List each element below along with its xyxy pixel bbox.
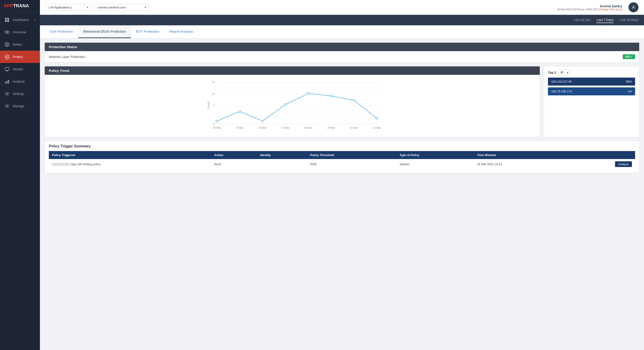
policy-trend-card: Policy Trend 15 10 5 (44, 66, 540, 137)
identity-cell (257, 159, 307, 170)
target-icon (4, 42, 10, 48)
time-btn-7days[interactable]: Last 7 Days (596, 17, 614, 23)
svg-text:25 Mar: 25 Mar (236, 126, 244, 129)
top2-select[interactable]: IP (558, 70, 570, 75)
dashboard-arrow: « (34, 18, 36, 22)
main-panel: [ All Applications ] ▼ connect.infotech.… (40, 0, 644, 350)
col-action-btn (566, 151, 635, 159)
eye-icon (4, 29, 10, 35)
gear-icon (4, 91, 10, 97)
url-select[interactable]: connect.infotech.com (94, 4, 149, 11)
svg-text:Counts: Counts (207, 101, 210, 110)
top2-ip-2: 106.79.196.174 (551, 90, 572, 93)
protection-status-body: Network Layer Protection : ON ✓ (45, 51, 639, 62)
top2-bar-inner-2: 106.79.196.174 1% (548, 88, 635, 95)
svg-text:31 Mar: 31 Mar (373, 126, 381, 129)
svg-point-29 (307, 92, 309, 94)
svg-text:27 Mar: 27 Mar (282, 126, 290, 129)
policy-trend-header: Policy Trend (45, 66, 540, 75)
svg-rect-1 (7, 18, 9, 20)
svg-point-25 (216, 120, 218, 122)
sidebar-item-monitor[interactable]: Monitor (0, 63, 40, 75)
policy-text: App rate limiting policy (71, 162, 100, 166)
app-select-wrapper[interactable]: [ All Applications ] ▼ (46, 4, 91, 11)
threshold-cell: 5000 (307, 159, 396, 170)
svg-rect-12 (8, 80, 9, 84)
svg-text:0: 0 (213, 122, 215, 125)
protection-label: Network Layer Protection : (49, 55, 86, 59)
app-select[interactable]: [ All Applications ] (46, 4, 91, 11)
svg-point-32 (376, 117, 378, 119)
svg-rect-11 (6, 81, 8, 84)
action-cell: None (211, 159, 257, 170)
chart-inner: 15 10 5 0 Counts (45, 75, 540, 137)
svg-rect-9 (5, 67, 9, 70)
top2-header: Top 2 IP ▼ (544, 66, 639, 78)
user-name: Arvind Sastry (557, 4, 622, 8)
svg-point-14 (6, 106, 8, 107)
col-identity: Identity (257, 151, 307, 159)
change-timezone-link[interactable]: (Change Time Zone) (599, 8, 622, 11)
svg-point-28 (284, 103, 286, 106)
top2-bar-2: 106.79.196.174 1% (548, 88, 635, 95)
sidebar-item-dashboard[interactable]: Dashboard « (0, 14, 40, 26)
top2-bar-inner-1: 106.216.227.66 98% (548, 78, 635, 86)
svg-rect-3 (7, 20, 9, 22)
top2-card: Top 2 IP ▼ 106.216.227.66 98% (544, 66, 640, 137)
tab-core-protection[interactable]: Core Protection (44, 25, 78, 38)
top2-select-wrapper[interactable]: IP ▼ (558, 70, 570, 75)
tab-bar: Core Protection Behavioral DDoS Protecti… (40, 25, 644, 38)
svg-point-5 (6, 32, 8, 33)
svg-rect-0 (5, 18, 7, 20)
svg-text:28 Mar: 28 Mar (304, 126, 312, 129)
monitor-icon (4, 66, 10, 72)
policy-trend-chart: 15 10 5 0 Counts (48, 78, 538, 133)
protection-status-header: Protection Status (45, 43, 639, 51)
analyze-cell: Analyze (566, 159, 635, 170)
svg-text:26 Mar: 26 Mar (259, 126, 267, 129)
top2-label: Top 2 (548, 71, 556, 74)
svg-text:30 Mar: 30 Mar (350, 126, 358, 129)
tab-report-analysis[interactable]: Report Analysis (164, 25, 198, 38)
user-info: Arvind Sastry 24 Feb 2023 5:04:56 pm +05… (557, 4, 622, 11)
svg-text:15: 15 (212, 81, 215, 84)
svg-point-31 (353, 99, 355, 101)
content-area: Core Protection Behavioral DDoS Protecti… (40, 25, 644, 350)
sidebar-item-label-monitor: Monitor (13, 67, 24, 71)
sidebar-item-label-detect: Detect (13, 43, 22, 46)
sidebar-item-label-settings: Settings (13, 92, 24, 96)
sidebar-item-label-dashboard: Dashboard (13, 18, 28, 22)
bar-chart-icon (4, 78, 10, 84)
policy-triggered-cell: ■■■■■■■■■■■ App rate limiting policy (49, 159, 211, 170)
svg-text:5: 5 (213, 104, 215, 107)
policy-trigger-summary-card: Policy Trigger Summary Policy Triggered … (44, 141, 640, 173)
policy-blurred: ■■■■■■■■■■■ (52, 163, 70, 166)
protection-row: Network Layer Protection : ON ✓ (49, 54, 635, 59)
on-badge: ON ✓ (623, 54, 635, 59)
analyze-button[interactable]: Analyze (615, 161, 632, 167)
svg-point-26 (238, 110, 241, 112)
svg-point-30 (330, 95, 332, 97)
summary-body: Policy Trigger Summary Policy Triggered … (45, 141, 639, 173)
top2-bar-1: 106.216.227.66 98% (548, 78, 635, 86)
sidebar-item-analysis[interactable]: Analysis (0, 75, 40, 88)
sidebar-item-overview[interactable]: Overview (0, 26, 40, 38)
chart-row: Policy Trend 15 10 5 (44, 66, 640, 137)
sidebar-item-settings[interactable]: Settings (0, 88, 40, 100)
col-type: Type of Policy (396, 151, 474, 159)
col-time-window: Time Window (474, 151, 566, 159)
time-btn-30days[interactable]: Last 30 Days (620, 17, 638, 23)
avatar: A (628, 2, 638, 12)
tab-behavioral-ddos[interactable]: Behavioral DDoS Protection (78, 25, 131, 38)
tab-bot-protection[interactable]: BOT Protection (131, 25, 164, 38)
sidebar-item-manage[interactable]: Manage (0, 100, 40, 112)
time-bar: Last 24 Hrs Last 7 Days Last 30 Days (40, 15, 644, 25)
logo: APPTRANA (0, 0, 40, 12)
svg-text:10: 10 (212, 92, 215, 95)
sidebar-item-protect[interactable]: Protect (0, 51, 40, 63)
time-btn-24hrs[interactable]: Last 24 Hrs (574, 17, 590, 23)
url-select-wrapper[interactable]: connect.infotech.com ▼ (94, 4, 149, 11)
svg-rect-10 (5, 82, 6, 84)
type-cell: System (396, 159, 474, 170)
sidebar-item-detect[interactable]: Detect (0, 38, 40, 51)
